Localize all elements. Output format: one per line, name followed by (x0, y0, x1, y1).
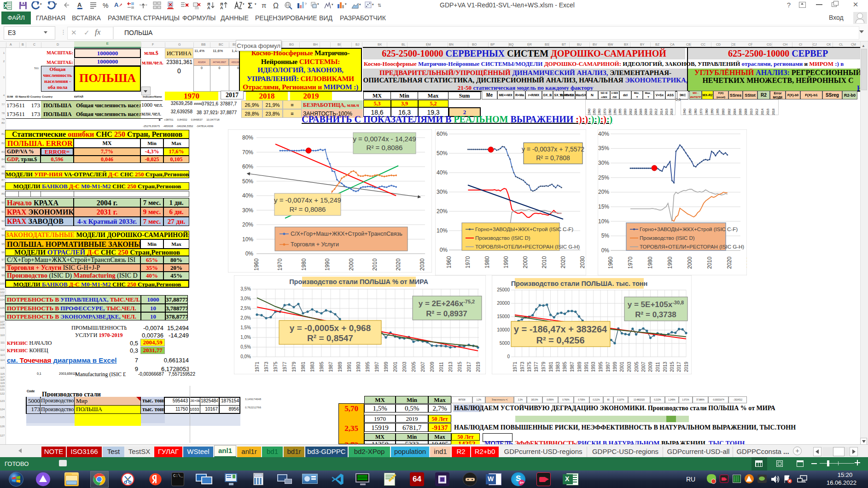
svg-text:60%: 60% (437, 131, 448, 137)
svg-text:2020: 2020 (560, 256, 566, 268)
svg-text:А: А (220, 6, 223, 10)
svg-text:2003: 2003 (402, 361, 407, 372)
svg-text:80%: 80% (242, 134, 253, 141)
svg-text:1981: 1981 (301, 361, 306, 372)
svg-text:1997: 1997 (374, 361, 379, 372)
svg-text:2009: 2009 (648, 361, 653, 372)
svg-text:1970: 1970 (627, 256, 634, 269)
svg-text:1993: 1993 (591, 361, 596, 372)
svg-text:2030: 2030 (419, 258, 425, 271)
svg-text:y = -0,0037x + 7,5572: y = -0,0037x + 7,5572 (522, 145, 584, 153)
svg-text:1987: 1987 (328, 361, 333, 372)
svg-text:С/Х+Гор+Маш+ЖКХ+Строй+ТранспСв: С/Х+Гор+Маш+ЖКХ+Строй+ТранспСвязь (291, 231, 402, 237)
svg-text:1977: 1977 (534, 361, 539, 372)
svg-text:1990: 1990 (667, 256, 673, 269)
svg-text:1980: 1980 (484, 256, 490, 268)
svg-text:π: π (262, 1, 266, 9)
svg-text:40%: 40% (242, 192, 253, 199)
svg-text:2,0%: 2,0% (240, 315, 251, 320)
svg-text:R² = 0,8086: R² = 0,8086 (290, 205, 326, 213)
svg-text:1990: 1990 (503, 256, 509, 268)
svg-text:2011: 2011 (655, 362, 660, 372)
svg-text:1999: 1999 (612, 361, 618, 372)
svg-text:2019: 2019 (684, 361, 689, 372)
svg-text:50%: 50% (242, 178, 253, 185)
svg-text:10000: 10000 (497, 327, 510, 332)
svg-text:30%: 30% (437, 189, 448, 195)
svg-text:1970: 1970 (465, 256, 471, 268)
svg-text:Торговля + Услуги: Торговля + Услуги (291, 241, 339, 248)
svg-text:2015: 2015 (670, 361, 675, 372)
svg-text:2030: 2030 (746, 256, 747, 269)
svg-text:?: ? (305, 2, 307, 6)
svg-text:1979: 1979 (291, 361, 297, 372)
svg-text:y = -0,0074x + 15,249: y = -0,0074x + 15,249 (274, 196, 341, 204)
svg-text:1995: 1995 (365, 361, 370, 372)
svg-text:3,0%: 3,0% (240, 296, 251, 301)
svg-text:Ω: Ω (273, 2, 279, 10)
svg-text:Горно+ЗАВОДЫ+ЖКХ+Строй (ISIC C: Горно+ЗАВОДЫ+ЖКХ+Строй (ISIC C-F) (640, 227, 738, 232)
svg-text:1987: 1987 (570, 361, 575, 372)
svg-text:R² = 0,7808: R² = 0,7808 (536, 154, 570, 162)
svg-text:20000: 20000 (497, 301, 510, 306)
svg-text:▾: ▾ (345, 2, 347, 6)
svg-text:0,0%: 0,0% (240, 354, 251, 359)
svg-text:2005: 2005 (411, 361, 416, 372)
svg-text:▾: ▾ (317, 2, 319, 6)
svg-text:1983: 1983 (310, 361, 315, 372)
svg-text:0%: 0% (245, 250, 254, 257)
svg-text:2007: 2007 (420, 361, 425, 372)
svg-text:1960: 1960 (253, 258, 260, 271)
svg-text:20%: 20% (598, 189, 609, 195)
svg-text:10%: 10% (437, 227, 448, 234)
svg-text:1973: 1973 (264, 361, 269, 372)
svg-text:y = -186,47x + 383264: y = -186,47x + 383264 (514, 324, 607, 334)
svg-text:1997: 1997 (606, 361, 611, 372)
svg-text:⇅: ⇅ (378, 3, 381, 8)
svg-text:R² = 0,8937: R² = 0,8937 (426, 309, 467, 318)
svg-text:1999: 1999 (384, 361, 389, 372)
svg-text:2013: 2013 (663, 361, 668, 372)
svg-text:60%: 60% (242, 163, 253, 170)
svg-text:25%: 25% (598, 174, 609, 181)
svg-text:▾: ▾ (55, 2, 57, 6)
svg-text:1971: 1971 (255, 361, 260, 372)
svg-text:2019: 2019 (476, 361, 481, 372)
svg-text:R² = 0,8086: R² = 0,8086 (367, 144, 403, 151)
svg-text:0%: 0% (601, 247, 610, 254)
svg-text:ТОРОВЛЯ+ОТЕЛИ+РЕСТОРАН (ISIC G: ТОРОВЛЯ+ОТЕЛИ+РЕСТОРАН (ISIC G-H) (475, 244, 580, 250)
svg-text:2001: 2001 (393, 361, 398, 372)
svg-text:2000: 2000 (687, 256, 693, 269)
svg-text:2017: 2017 (676, 361, 682, 372)
svg-text:2010: 2010 (541, 256, 548, 268)
svg-text:5%: 5% (601, 232, 610, 239)
svg-text:1971: 1971 (513, 361, 518, 372)
svg-text:2001: 2001 (619, 361, 624, 372)
svg-text:0: 0 (507, 354, 510, 359)
svg-text:1981: 1981 (548, 361, 553, 372)
svg-text:40%: 40% (437, 169, 448, 176)
svg-text:1991: 1991 (347, 361, 352, 372)
svg-text:u: u (146, 3, 147, 6)
svg-text:▾: ▾ (40, 2, 42, 6)
svg-text:2007: 2007 (641, 361, 646, 372)
svg-text:30%: 30% (242, 207, 253, 214)
svg-text:3,5%: 3,5% (240, 286, 251, 291)
svg-text:2013: 2013 (448, 361, 453, 372)
svg-text:2030: 2030 (579, 256, 586, 268)
svg-text:▾: ▾ (372, 3, 374, 6)
svg-text:15000: 15000 (497, 314, 510, 319)
svg-text:1991: 1991 (584, 361, 589, 372)
svg-text:1990: 1990 (324, 258, 331, 271)
svg-text:1977: 1977 (282, 361, 287, 372)
svg-text:R² = 0,3738: R² = 0,3738 (635, 310, 676, 319)
svg-text:A: A (77, 1, 82, 8)
svg-text:Производство (ISIC D): Производство (ISIC D) (475, 235, 530, 241)
svg-text:1979: 1979 (541, 361, 546, 372)
svg-text:Горно+ЗАВОДЫ+ЖКХ+Строй (ISIC C: Горно+ЗАВОДЫ+ЖКХ+Строй (ISIC C-F) (475, 227, 573, 232)
svg-text:1975: 1975 (273, 361, 278, 372)
svg-text:1989: 1989 (338, 361, 343, 372)
svg-text:1973: 1973 (520, 361, 525, 372)
svg-text:▾: ▾ (255, 2, 256, 6)
svg-text:2003: 2003 (627, 361, 632, 372)
